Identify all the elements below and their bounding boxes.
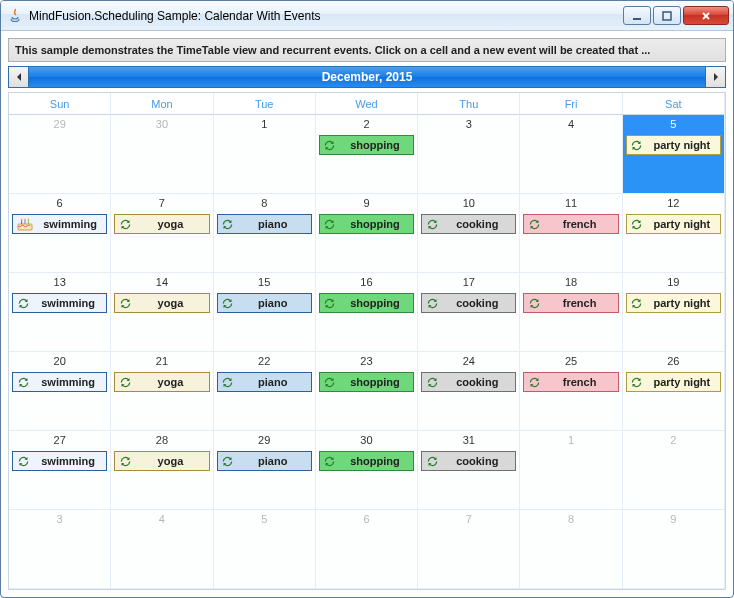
event-chip[interactable]: shopping — [319, 135, 414, 155]
dow-header: Fri — [520, 93, 622, 115]
dow-header: Wed — [316, 93, 418, 115]
event-chip[interactable]: swimming — [12, 214, 107, 234]
calendar-cell[interactable]: 18french — [520, 273, 622, 352]
calendar-cell[interactable]: 14yoga — [111, 273, 213, 352]
calendar-cell[interactable]: 2shopping — [316, 115, 418, 194]
event-chip[interactable]: swimming — [12, 293, 107, 313]
event-label: shopping — [340, 297, 413, 309]
event-chip[interactable]: piano — [217, 293, 312, 313]
calendar-cell[interactable]: 6swimming — [9, 194, 111, 273]
day-number: 23 — [316, 352, 417, 369]
calendar-cell[interactable]: 24cooking — [418, 352, 520, 431]
month-label[interactable]: December, 2015 — [29, 67, 705, 87]
calendar-cell[interactable]: 28yoga — [111, 431, 213, 510]
calendar-cell[interactable]: 4 — [520, 115, 622, 194]
event-chip[interactable]: yoga — [114, 293, 209, 313]
calendar-cell[interactable]: 5 — [214, 510, 316, 589]
event-chip[interactable]: party night — [626, 135, 721, 155]
event-chip[interactable]: french — [523, 214, 618, 234]
calendar-cell[interactable]: 23shopping — [316, 352, 418, 431]
calendar-cell[interactable]: 7 — [418, 510, 520, 589]
calendar-cell[interactable]: 19party night — [623, 273, 725, 352]
calendar-cell[interactable]: 20swimming — [9, 352, 111, 431]
day-number: 26 — [623, 352, 724, 369]
recurring-icon — [221, 217, 235, 231]
event-chip[interactable]: swimming — [12, 372, 107, 392]
calendar-cell[interactable]: 3 — [9, 510, 111, 589]
calendar-cell[interactable]: 27swimming — [9, 431, 111, 510]
calendar-cell[interactable]: 15piano — [214, 273, 316, 352]
event-chip[interactable]: piano — [217, 372, 312, 392]
calendar-cell[interactable]: 12party night — [623, 194, 725, 273]
event-chip[interactable]: cooking — [421, 214, 516, 234]
event-chip[interactable]: yoga — [114, 214, 209, 234]
event-label: yoga — [135, 218, 208, 230]
calendar-cell[interactable]: 10cooking — [418, 194, 520, 273]
recurring-icon — [323, 217, 337, 231]
calendar-cell[interactable]: 22piano — [214, 352, 316, 431]
event-chip[interactable]: shopping — [319, 451, 414, 471]
calendar-cell[interactable]: 16shopping — [316, 273, 418, 352]
event-chip[interactable]: cooking — [421, 293, 516, 313]
event-chip[interactable]: french — [523, 372, 618, 392]
calendar-cell[interactable]: 31cooking — [418, 431, 520, 510]
day-number: 17 — [418, 273, 519, 290]
event-chip[interactable]: piano — [217, 451, 312, 471]
titlebar[interactable]: MindFusion.Scheduling Sample: Calendar W… — [1, 1, 733, 31]
calendar-cell[interactable]: 9shopping — [316, 194, 418, 273]
calendar-cell[interactable]: 30 — [111, 115, 213, 194]
svg-rect-5 — [28, 220, 29, 224]
next-month-button[interactable] — [705, 67, 725, 87]
minimize-button[interactable] — [623, 6, 651, 25]
calendar-cell[interactable]: 9 — [623, 510, 725, 589]
calendar-cell[interactable]: 6 — [316, 510, 418, 589]
calendar-cell[interactable]: 29piano — [214, 431, 316, 510]
calendar-cell[interactable]: 30shopping — [316, 431, 418, 510]
event-chip[interactable]: party night — [626, 372, 721, 392]
calendar-cell[interactable]: 3 — [418, 115, 520, 194]
event-label: cooking — [442, 376, 515, 388]
event-chip[interactable]: swimming — [12, 451, 107, 471]
calendar-cell[interactable]: 5party night — [623, 115, 725, 194]
calendar-cell[interactable]: 25french — [520, 352, 622, 431]
calendar-cell[interactable]: 1 — [214, 115, 316, 194]
event-chip[interactable]: yoga — [114, 372, 209, 392]
calendar-cell[interactable]: 4 — [111, 510, 213, 589]
calendar-cell[interactable]: 21yoga — [111, 352, 213, 431]
close-button[interactable] — [683, 6, 729, 25]
calendar-cell[interactable]: 1 — [520, 431, 622, 510]
day-number: 29 — [214, 431, 315, 448]
event-chip[interactable]: shopping — [319, 372, 414, 392]
maximize-button[interactable] — [653, 6, 681, 25]
event-chip[interactable]: piano — [217, 214, 312, 234]
calendar-cell[interactable]: 8piano — [214, 194, 316, 273]
day-number: 27 — [9, 431, 110, 448]
calendar-cell[interactable]: 2 — [623, 431, 725, 510]
calendar-cell[interactable]: 11french — [520, 194, 622, 273]
calendar-cell[interactable]: 17cooking — [418, 273, 520, 352]
day-number: 7 — [111, 194, 212, 211]
prev-month-button[interactable] — [9, 67, 29, 87]
calendar-cell[interactable]: 29 — [9, 115, 111, 194]
day-number: 15 — [214, 273, 315, 290]
recurring-icon — [527, 296, 541, 310]
event-label: swimming — [33, 376, 106, 388]
event-chip[interactable]: party night — [626, 293, 721, 313]
month-nav: December, 2015 — [8, 66, 726, 88]
event-chip[interactable]: french — [523, 293, 618, 313]
event-chip[interactable]: shopping — [319, 214, 414, 234]
dow-header: Mon — [111, 93, 213, 115]
event-chip[interactable]: cooking — [421, 372, 516, 392]
calendar-cell[interactable]: 7yoga — [111, 194, 213, 273]
event-label: piano — [238, 297, 311, 309]
event-label: swimming — [37, 218, 106, 230]
event-chip[interactable]: shopping — [319, 293, 414, 313]
event-label: french — [544, 376, 617, 388]
calendar-cell[interactable]: 8 — [520, 510, 622, 589]
calendar-cell[interactable]: 26party night — [623, 352, 725, 431]
event-chip[interactable]: party night — [626, 214, 721, 234]
calendar-cell[interactable]: 13swimming — [9, 273, 111, 352]
event-chip[interactable]: cooking — [421, 451, 516, 471]
event-chip[interactable]: yoga — [114, 451, 209, 471]
recurring-icon — [323, 138, 337, 152]
